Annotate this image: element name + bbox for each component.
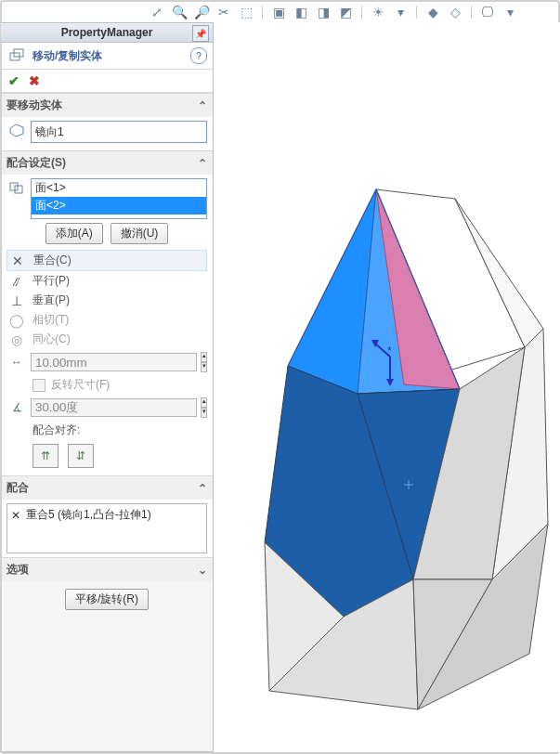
perpendicular-icon: ⊥ [7, 293, 27, 308]
body-icon [7, 121, 27, 139]
mate-tangent: ◯ 相切(T) [7, 310, 207, 330]
move-copy-icon [7, 46, 27, 65]
svg-rect-2 [10, 183, 18, 190]
angle-input [31, 398, 197, 417]
appearance-icon[interactable]: ◆ [424, 4, 441, 20]
mates-list[interactable]: ✕ 重合5 (镜向1,凸台-拉伸1) [7, 503, 207, 553]
align-anti-button[interactable]: ⇵ [68, 444, 94, 468]
section-view-icon[interactable]: ✂ [215, 4, 232, 20]
ok-cancel-row: ✔ ✖ [1, 70, 213, 93]
cancel-button[interactable]: ✖ [29, 73, 40, 88]
coincident-icon: ✕ [7, 254, 28, 268]
distance-spinner: ▴▾ [201, 352, 207, 372]
chevron-up-icon: ⌃ [198, 482, 207, 495]
section-mate-settings[interactable]: 配合设定(S) ⌃ [1, 151, 213, 175]
zoom-area-icon[interactable]: 🔍 [171, 4, 188, 20]
display-style-icon[interactable]: ▣ [270, 4, 287, 20]
section-bodies-to-move[interactable]: 要移动实体 ⌃ [1, 94, 213, 117]
parallel-icon: ⫽ [7, 274, 27, 289]
bodies-input[interactable]: 镜向1 [31, 121, 207, 143]
pm-header: PropertyManager 📌 [1, 22, 213, 43]
pm-title: PropertyManager [61, 26, 153, 39]
section-title: 选项 [7, 562, 29, 578]
section-options[interactable]: 选项 ⌄ [1, 558, 213, 581]
mate-entities-list[interactable]: 面<1> 面<2> [31, 178, 207, 219]
iso-icon[interactable]: ◧ [293, 4, 309, 20]
mate-coincident[interactable]: ✕ 重合(C) [7, 250, 207, 271]
scene-icon[interactable]: ◇ [447, 4, 463, 20]
add-button[interactable]: 添加(A) [46, 223, 103, 244]
property-manager-panel: PropertyManager 📌 移动/复制实体 ? ✔ ✖ 要移动实体 ⌃ [0, 22, 214, 752]
command-header: 移动/复制实体 ? [1, 43, 213, 70]
view-toolbar: ⤢ 🔍 🔎 ✂ ⬚ ▣ ◧ ◨ ◩ ☀ ▾ ◆ ◇ 🖵 ▾ [0, 0, 560, 22]
reverse-checkbox: 反转尺寸(F) [7, 375, 207, 395]
command-title: 移动/复制实体 [33, 48, 102, 64]
zoom-fit-icon[interactable]: ⤢ [149, 4, 165, 20]
chevron-down-icon: ⌄ [198, 564, 207, 577]
section-title: 配合 [7, 480, 29, 496]
hide-show-chev-icon[interactable]: ▾ [392, 4, 409, 20]
list-item[interactable]: ✕ 重合5 (镜向1,凸台-拉伸1) [9, 506, 204, 524]
graphics-viewport[interactable]: * [214, 22, 560, 752]
section-title: 配合设定(S) [7, 155, 66, 171]
chevron-up-icon: ⌃ [198, 99, 207, 112]
svg-rect-3 [15, 186, 22, 193]
ok-button[interactable]: ✔ [8, 73, 20, 88]
right-icon[interactable]: ◩ [337, 4, 354, 20]
hide-show-icon[interactable]: ☀ [370, 4, 386, 20]
faces-icon [7, 178, 27, 197]
mate-perpendicular[interactable]: ⊥ 垂直(P) [7, 291, 207, 310]
section-title: 要移动实体 [7, 98, 62, 113]
list-item[interactable]: 面<2> [32, 197, 206, 214]
mate-concentric: ◎ 同心(C) [7, 330, 207, 349]
svg-text:*: * [387, 344, 392, 358]
undo-button[interactable]: 撤消(U) [111, 223, 169, 244]
align-label: 配合对齐: [7, 421, 207, 440]
orient-icon[interactable]: ⬚ [238, 4, 254, 20]
distance-icon: ↔ [7, 353, 27, 371]
body-item: 镜向1 [35, 124, 64, 140]
pin-icon[interactable]: 📌 [192, 25, 209, 42]
coincident-icon: ✕ [11, 509, 20, 522]
help-icon[interactable]: ? [190, 47, 207, 64]
distance-input [31, 353, 197, 371]
angle-spinner: ▴▾ [201, 397, 207, 418]
tangent-icon: ◯ [7, 313, 27, 328]
align-same-button[interactable]: ⇈ [33, 444, 59, 468]
mate-parallel[interactable]: ⫽ 平行(P) [7, 271, 207, 291]
section-mates[interactable]: 配合 ⌃ [1, 476, 213, 500]
front-icon[interactable]: ◨ [315, 4, 332, 20]
zoom-prev-icon[interactable]: 🔎 [193, 4, 210, 20]
concentric-icon: ◎ [7, 332, 27, 347]
angle-icon: ∡ [7, 398, 27, 417]
chevron-up-icon: ⌃ [198, 157, 207, 170]
screen-icon[interactable]: 🖵 [479, 4, 496, 20]
list-item[interactable]: 面<1> [32, 179, 206, 197]
screen-chev-icon[interactable]: ▾ [501, 4, 518, 20]
translate-rotate-button[interactable]: 平移/旋转(R) [65, 589, 149, 610]
